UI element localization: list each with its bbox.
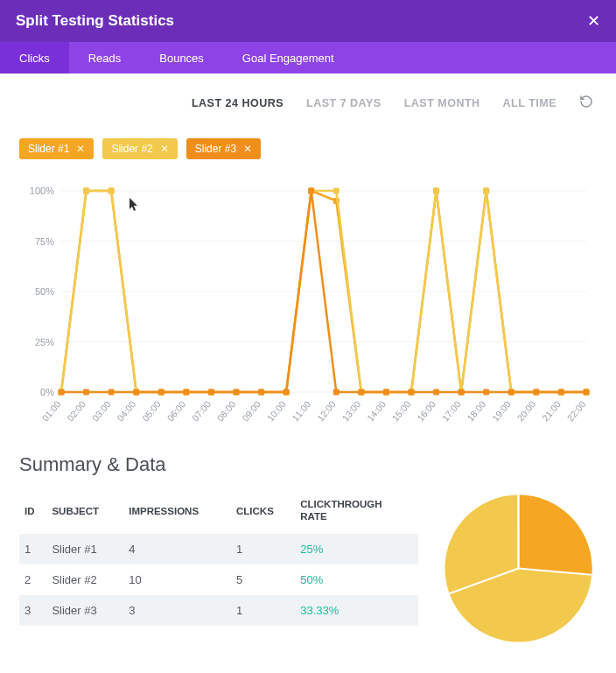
svg-text:0%: 0% [40,387,54,397]
cell-clicks: 5 [231,564,295,595]
chip-label: Slider #1 [28,143,69,155]
svg-text:13:00: 13:00 [340,398,362,423]
svg-rect-97 [584,389,590,396]
svg-rect-84 [258,389,264,396]
close-icon[interactable]: ✕ [587,11,600,31]
svg-text:50%: 50% [35,286,54,297]
time-range-last-month[interactable]: LAST MONTH [404,97,480,109]
svg-text:18:00: 18:00 [465,398,487,423]
col-clickthrough-rate: CLICKTHROUGHRATE [295,492,418,534]
pie-chart [439,492,597,645]
svg-rect-94 [508,389,514,396]
time-range-last-24-hours[interactable]: LAST 24 HOURS [192,97,284,109]
svg-text:08:00: 08:00 [214,398,237,423]
chip-remove-icon[interactable]: ✕ [243,143,252,155]
col-impressions: IMPRESSIONS [123,492,231,534]
cell-subject: Slider #1 [46,534,123,564]
svg-text:21:00: 21:00 [540,398,563,423]
svg-rect-91 [433,389,439,396]
svg-rect-78 [108,389,115,396]
series-chip-1[interactable]: Slider #1✕ [19,138,94,159]
series-chips: Slider #1✕Slider #2✕Slider #3✕ [19,138,597,159]
svg-text:10:00: 10:00 [265,398,288,423]
tab-goal-engagement[interactable]: Goal Engagement [223,42,354,74]
col-id: ID [19,492,46,534]
svg-text:19:00: 19:00 [490,398,513,423]
cell-id: 2 [19,564,46,595]
series-chip-3[interactable]: Slider #3✕ [186,138,261,159]
col-subject: SUBJECT [46,492,123,534]
time-range-last-7-days[interactable]: LAST 7 DAYS [306,97,382,109]
svg-rect-93 [483,389,489,396]
svg-text:22:00: 22:00 [564,398,587,423]
svg-rect-80 [158,389,164,396]
cell-impressions: 4 [123,534,231,564]
svg-rect-69 [433,188,439,194]
cell-subject: Slider #3 [46,595,123,626]
data-table: IDSUBJECTIMPRESSIONSCLICKSCLICKTHROUGHRA… [19,492,418,626]
svg-rect-79 [133,389,139,396]
svg-text:11:00: 11:00 [290,398,312,423]
svg-text:17:00: 17:00 [440,398,463,423]
metric-tabs: ClicksReadsBouncesGoal Engagement [0,42,616,74]
svg-rect-86 [308,188,314,194]
cell-clicks: 1 [231,534,295,564]
summary-heading: Summary & Data [19,453,597,476]
svg-text:06:00: 06:00 [164,398,187,423]
svg-rect-56 [108,188,115,194]
svg-rect-89 [383,389,389,396]
svg-rect-90 [409,389,415,396]
tab-bounces[interactable]: Bounces [140,42,223,74]
svg-rect-81 [183,389,189,396]
svg-rect-77 [83,389,89,396]
time-range-all-time[interactable]: ALL TIME [503,97,556,109]
table-row: 1Slider #14125% [19,534,418,564]
svg-text:100%: 100% [30,186,54,196]
cell-impressions: 10 [123,564,231,595]
svg-text:04:00: 04:00 [115,398,137,423]
svg-text:15:00: 15:00 [389,398,412,423]
svg-text:16:00: 16:00 [415,398,438,423]
line-chart: 0%25%50%75%100%01:0002:0003:0004:0005:00… [19,182,597,410]
refresh-icon[interactable] [579,95,593,112]
chip-remove-icon[interactable]: ✕ [160,143,169,155]
svg-rect-96 [558,389,564,396]
time-range-tabs: LAST 24 HOURSLAST 7 DAYSLAST MONTHALL TI… [19,95,593,112]
svg-text:01:00: 01:00 [39,398,62,423]
svg-rect-65 [333,188,340,194]
cell-rate: 33.33% [295,595,418,626]
svg-text:05:00: 05:00 [140,398,163,423]
svg-text:03:00: 03:00 [90,398,113,423]
series-chip-2[interactable]: Slider #2✕ [102,138,177,159]
svg-text:20:00: 20:00 [514,398,537,423]
cell-rate: 50% [295,564,418,595]
cell-rate: 25% [295,534,418,564]
cell-clicks: 1 [231,595,295,626]
svg-text:02:00: 02:00 [65,398,88,423]
svg-text:14:00: 14:00 [365,398,388,423]
svg-rect-76 [59,389,65,396]
svg-text:12:00: 12:00 [315,398,338,423]
svg-rect-92 [458,389,465,396]
svg-rect-85 [284,389,290,396]
modal-title: Split Testing Statistics [16,12,174,30]
tab-reads[interactable]: Reads [69,42,141,74]
svg-text:07:00: 07:00 [190,398,213,423]
tab-clicks[interactable]: Clicks [0,42,69,74]
svg-rect-88 [358,389,364,396]
svg-text:09:00: 09:00 [240,398,262,423]
chip-label: Slider #2 [111,143,152,155]
cell-id: 1 [19,534,46,564]
svg-rect-71 [483,188,489,194]
table-row: 3Slider #33133.33% [19,595,418,626]
svg-text:75%: 75% [35,236,54,247]
cell-impressions: 3 [123,595,231,626]
col-clicks: CLICKS [231,492,295,534]
svg-text:25%: 25% [35,337,54,347]
cell-id: 3 [19,595,46,626]
modal-header: Split Testing Statistics ✕ [0,0,616,42]
chip-label: Slider #3 [195,143,236,155]
svg-rect-83 [234,389,240,396]
svg-rect-55 [83,188,89,194]
chip-remove-icon[interactable]: ✕ [76,143,85,155]
